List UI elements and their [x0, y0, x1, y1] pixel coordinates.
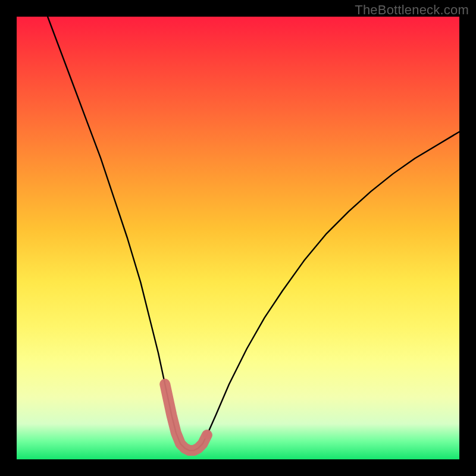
outer-frame: TheBottleneck.com	[0, 0, 476, 476]
bottleneck-curve	[48, 17, 459, 450]
chart-svg	[17, 17, 459, 459]
plot-area	[17, 17, 459, 459]
optimal-range-highlight	[165, 384, 207, 451]
optimal-range-end-dot	[203, 431, 211, 439]
watermark-text: TheBottleneck.com	[355, 2, 469, 18]
